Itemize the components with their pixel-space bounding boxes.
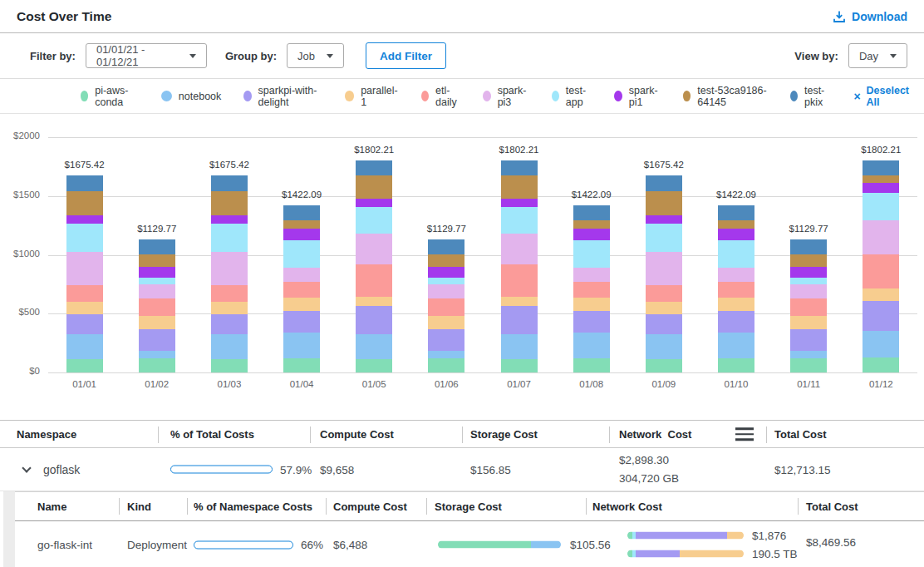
bar-01/01[interactable]: $1675.42 [66, 137, 103, 372]
cost-over-time-chart: $0$500$1000$1500$2000 $1675.42$1129.77$1… [0, 114, 924, 420]
bar-01/12[interactable]: $1802.21 [863, 137, 899, 372]
bar-stack [428, 239, 464, 372]
legend-item-spark-pi1[interactable]: spark-pi1 [614, 85, 661, 108]
bar-segment-etl-daily [428, 298, 464, 316]
legend-item-spark-pi3[interactable]: spark-pi3 [483, 85, 529, 108]
bar-segment-test-app [283, 240, 320, 268]
bar-segment-test-app [646, 224, 682, 252]
bar-segment-test-53ca9186-64145 [646, 191, 682, 216]
progress-bar [170, 466, 273, 474]
col-storage-cost[interactable]: Storage Cost [435, 500, 502, 513]
menu-icon[interactable] [735, 427, 754, 441]
col-total-cost[interactable]: Total Cost [774, 428, 827, 441]
bar-segment-parallel-1 [428, 316, 464, 329]
bar-segment-notebook [356, 334, 392, 359]
mini-bar-segment [680, 550, 744, 558]
bar-segment-parallel-1 [790, 316, 827, 329]
chevron-down-icon[interactable] [22, 463, 31, 472]
bar-stack [501, 160, 538, 372]
pct-total-label: 57.9% [280, 463, 312, 476]
bar-segment-etl-daily [718, 282, 754, 298]
bar-01/06[interactable]: $1129.77 [428, 137, 464, 372]
col-namespace[interactable]: Namespace [17, 428, 76, 441]
network-cost-label: $1,876 [752, 530, 786, 542]
add-filter-button[interactable]: Add Filter [366, 42, 446, 69]
bar-segment-test-53ca9186-64145 [428, 254, 464, 266]
network-cost-cell: $2,898.30 304,720 GB [619, 451, 679, 488]
bar-segment-test-pkix [501, 160, 538, 175]
bar-segment-sparkpi-with-delight [718, 311, 754, 333]
network-cost-value: $2,898.30 [619, 451, 679, 470]
y-tick-label: $1000 [0, 249, 40, 259]
divider [586, 498, 587, 515]
bar-segment-parallel-1 [646, 302, 682, 314]
bar-segment-sparkpi-with-delight [790, 329, 827, 351]
group-by-dropdown[interactable]: Job [287, 43, 344, 68]
deselect-all-button[interactable]: × Deselect All [853, 85, 909, 108]
bar-segment-parallel-1 [718, 298, 754, 311]
col-name[interactable]: Name [37, 500, 66, 513]
legend-dot [243, 91, 251, 101]
legend-item-test-app[interactable]: test-app [552, 85, 592, 108]
col-kind[interactable]: Kind [127, 500, 151, 513]
bar-total-label: $1802.21 [499, 145, 539, 155]
bar-01/03[interactable]: $1675.42 [211, 137, 248, 372]
bar-segment-test-pkix [718, 205, 754, 220]
legend-item-etl-daily[interactable]: etl-daily [421, 85, 460, 108]
col-pct-total[interactable]: % of Total Costs [170, 428, 254, 441]
bar-segment-test-53ca9186-64145 [66, 191, 103, 216]
bar-segment-spark-pi1 [573, 229, 610, 240]
chevron-down-icon [327, 54, 333, 58]
bar-01/04[interactable]: $1422.09 [283, 137, 320, 372]
col-compute-cost[interactable]: Compute Cost [320, 428, 394, 441]
bar-01/11[interactable]: $1129.77 [790, 137, 827, 372]
bar-segment-test-53ca9186-64145 [356, 175, 392, 199]
bar-segment-pi-aws-conda [573, 358, 610, 372]
bar-01/05[interactable]: $1802.21 [356, 137, 392, 372]
y-tick-label: $500 [0, 307, 40, 317]
bar-01/07[interactable]: $1802.21 [501, 137, 538, 372]
col-compute-cost[interactable]: Compute Cost [333, 500, 407, 513]
bar-segment-sparkpi-with-delight [356, 306, 392, 334]
col-total-cost[interactable]: Total Cost [806, 500, 858, 513]
bar-segment-test-53ca9186-64145 [139, 254, 175, 266]
download-button[interactable]: Download [833, 10, 907, 23]
col-network-cost[interactable]: Network Cost [592, 500, 662, 513]
col-storage-cost[interactable]: Storage Cost [470, 428, 538, 441]
bar-segment-sparkpi-with-delight [573, 311, 610, 333]
legend-item-test-pkix[interactable]: test-pkix [790, 85, 831, 108]
bar-01/02[interactable]: $1129.77 [139, 137, 175, 372]
view-by-dropdown[interactable]: Day [848, 43, 907, 68]
workload-row-go-flask-int[interactable]: go-flask-int Deployment 66% $6,488 $105.… [15, 521, 924, 567]
col-network-cost[interactable]: Network Cost [619, 428, 691, 441]
bar-segment-spark-pi1 [428, 267, 464, 278]
legend-item-parallel-1[interactable]: parallel-1 [345, 85, 399, 108]
x-tick-label: 01/12 [856, 379, 906, 389]
col-pct-namespace[interactable]: % of Namespace Costs [194, 500, 312, 513]
bar-segment-sparkpi-with-delight [428, 329, 464, 351]
date-range-dropdown[interactable]: 01/01/21 - 01/12/21 [86, 43, 207, 68]
legend-item-test-53ca9186-64145[interactable]: test-53ca9186-64145 [683, 85, 768, 108]
bar-stack [283, 205, 320, 372]
bar-segment-spark-pi3 [790, 284, 827, 298]
chevron-down-icon [890, 54, 897, 58]
bar-segment-test-pkix [211, 175, 248, 191]
legend-item-sparkpi-with-delight[interactable]: sparkpi-with-delight [243, 85, 322, 108]
bar-segment-pi-aws-conda [356, 359, 392, 372]
bar-01/10[interactable]: $1422.09 [718, 137, 754, 372]
legend-dot [683, 91, 691, 101]
bar-stack [646, 175, 682, 372]
bar-stack [356, 160, 392, 372]
bar-segment-pi-aws-conda [139, 358, 175, 372]
legend-item-pi-aws-conda[interactable]: pi-aws-conda [81, 85, 139, 108]
bar-01/09[interactable]: $1675.42 [646, 137, 682, 372]
deselect-all-label: Deselect All [867, 85, 909, 108]
legend-dot [421, 91, 429, 101]
bar-total-label: $1675.42 [209, 160, 249, 170]
namespace-row-goflask[interactable]: goflask 57.9% $9,658 $156.85 $2,898.30 3… [0, 448, 924, 491]
bar-segment-test-app [790, 278, 827, 284]
bar-01/08[interactable]: $1422.09 [573, 137, 610, 372]
bar-segment-etl-daily [139, 298, 175, 316]
legend-item-notebook[interactable]: notebook [161, 91, 221, 102]
bar-segment-spark-pi3 [211, 252, 248, 285]
